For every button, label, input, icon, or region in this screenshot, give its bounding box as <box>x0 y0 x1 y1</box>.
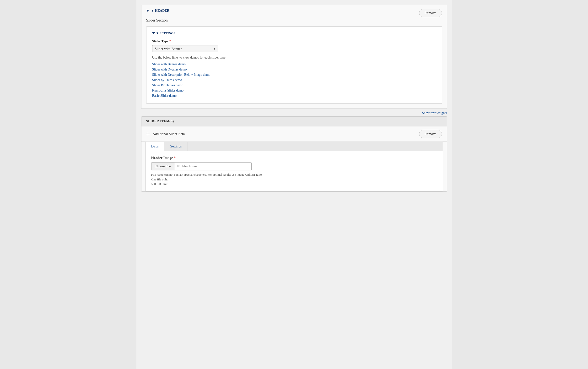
slider-type-select-wrapper: Slider with Banner Slider with Overlay S… <box>152 45 218 52</box>
demo-link-description-below[interactable]: Slider with Description Below Image demo <box>152 73 436 77</box>
file-help-line3: 530 KB limit. <box>151 182 437 186</box>
demo-link-halves[interactable]: Slider By Halves demo <box>152 83 436 87</box>
slider-item-row: ✛ Additional Slider Item Remove <box>142 126 447 142</box>
demo-link-overlay[interactable]: Slider with Overlay demo <box>152 68 436 72</box>
demo-link-banner[interactable]: Slider with Banner demo <box>152 62 436 66</box>
settings-title: ▼ SETTINGS <box>152 31 436 35</box>
drag-handle-icon[interactable]: ✛ <box>146 132 150 137</box>
demo-links-list: Slider with Banner demo Slider with Over… <box>152 62 436 98</box>
slider-items-header: SLIDER ITEM(S) <box>142 117 447 126</box>
show-row-weights-link[interactable]: Show row weights <box>422 111 447 115</box>
show-row-weights-row: Show row weights <box>141 109 447 116</box>
slider-type-select[interactable]: Slider with Banner Slider with Overlay S… <box>152 45 218 52</box>
tab-data-content: Header Image* Choose File No file chosen… <box>145 151 443 191</box>
collapse-icon <box>146 10 149 12</box>
header-title: ▼ HEADER <box>146 9 169 13</box>
file-help-line1: File name can not contain special charac… <box>151 172 437 177</box>
required-star: * <box>169 40 171 43</box>
slider-items-section: SLIDER ITEM(S) ✛ Additional Slider Item … <box>141 116 447 192</box>
file-help-text: File name can not contain special charac… <box>151 172 437 186</box>
slider-type-label: Slider Type* <box>152 40 436 43</box>
settings-box: ▼ SETTINGS Slider Type* Slider with Bann… <box>146 26 442 104</box>
slider-item-remove-button[interactable]: Remove <box>419 130 442 138</box>
settings-title-text: ▼ SETTINGS <box>156 31 175 35</box>
header-remove-button[interactable]: Remove <box>419 9 442 17</box>
demo-link-basic[interactable]: Basic Slider demo <box>152 94 436 98</box>
demo-link-ken-burns[interactable]: Ken Burns Slider demo <box>152 89 436 92</box>
header-image-label: Header Image* <box>151 156 437 160</box>
header-section-label: Slider Section <box>146 17 442 22</box>
slider-item-title: Additional Slider Item <box>153 132 185 136</box>
demo-hint: Use the below links to view demos for ea… <box>152 56 436 60</box>
choose-file-button[interactable]: Choose File <box>152 163 174 170</box>
demo-link-thirds[interactable]: Slider by Thirds demo <box>152 78 436 82</box>
settings-collapse-icon <box>152 32 155 34</box>
header-section: ▼ HEADER Remove Slider Section ▼ SETTING… <box>141 5 447 109</box>
slider-item-left: ✛ Additional Slider Item <box>146 132 185 137</box>
header-title-text: ▼ HEADER <box>151 9 169 13</box>
file-input-wrapper: Choose File No file chosen <box>151 162 252 170</box>
tabs-header: Data Settings <box>145 142 443 151</box>
tab-data[interactable]: Data <box>145 142 165 151</box>
tab-settings[interactable]: Settings <box>164 142 188 151</box>
header-image-required-star: * <box>174 156 176 160</box>
file-help-line2: One file only. <box>151 177 437 182</box>
tabs-container: Data Settings Header Image* Choose File … <box>145 142 443 191</box>
file-chosen-text: No file chosen <box>174 163 251 170</box>
